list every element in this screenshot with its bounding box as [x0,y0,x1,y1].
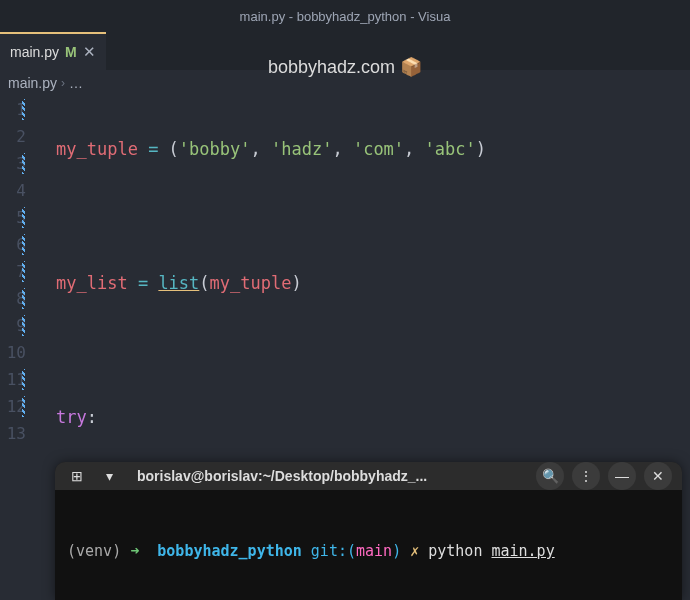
tab-filename: main.py [10,44,59,60]
search-icon[interactable]: 🔍 [536,462,564,490]
line-number: 13 [0,420,26,447]
dropdown-icon[interactable]: ▾ [97,464,121,488]
code-line: my_tuple = ('bobby', 'hadz', 'com', 'abc… [56,136,690,163]
line-number: 12 [0,393,26,420]
terminal-line: (venv) ➜ bobbyhadz_python git:(main) ✗ p… [67,540,670,562]
window-title-bar: main.py - bobbyhadz_python - Visua [0,0,690,32]
terminal-header: ⊞ ▾ borislav@borislav:~/Desktop/bobbyhad… [55,462,682,490]
line-number: 3 [0,150,26,177]
breadcrumb-file[interactable]: main.py [8,75,57,91]
line-number: 7 [0,258,26,285]
tab-main-py[interactable]: main.py M ✕ [0,32,106,70]
line-number: 11 [0,366,26,393]
terminal-output[interactable]: (venv) ➜ bobbyhadz_python git:(main) ✗ p… [55,490,682,600]
editor-tabs: main.py M ✕ [0,32,690,70]
terminal-title: borislav@borislav:~/Desktop/bobbyhadz_..… [129,468,528,484]
terminal-window: ⊞ ▾ borislav@borislav:~/Desktop/bobbyhad… [55,462,682,600]
line-gutter: 1 2 3 4 5 6 7 8 9 10 11 12 13 [0,96,32,596]
line-number: 2 [0,123,26,150]
line-number: 5 [0,204,26,231]
close-icon[interactable]: ✕ [644,462,672,490]
code-line: my_list = list(my_tuple) [56,270,690,297]
line-number: 9 [0,312,26,339]
line-number: 10 [0,339,26,366]
window-title: main.py - bobbyhadz_python - Visua [240,9,451,24]
code-line [56,203,690,230]
line-number: 6 [0,231,26,258]
code-line [56,337,690,364]
close-icon[interactable]: ✕ [83,43,96,61]
line-number: 4 [0,177,26,204]
tab-modified-indicator: M [65,44,77,60]
line-number: 8 [0,285,26,312]
new-tab-icon[interactable]: ⊞ [65,464,89,488]
breadcrumb-more[interactable]: … [69,75,83,91]
chevron-right-icon: › [61,76,65,90]
minimize-icon[interactable]: — [608,462,636,490]
breadcrumb[interactable]: main.py › … [0,70,690,96]
menu-icon[interactable]: ⋮ [572,462,600,490]
line-number: 1 [0,96,26,123]
code-line: try: [56,404,690,431]
